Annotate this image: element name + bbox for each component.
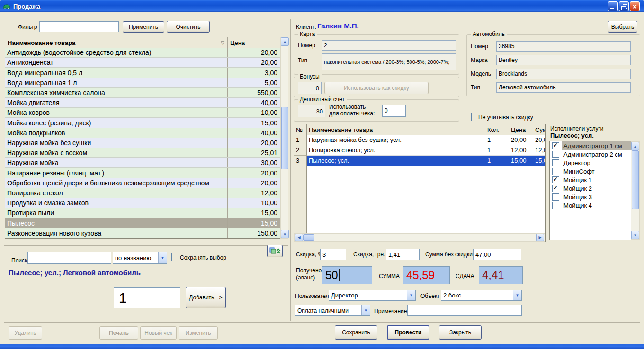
apply-filter-button[interactable]: Применить [123, 21, 164, 33]
product-row[interactable]: Полировка стекол12,00 [5, 188, 280, 198]
scrollbar-thumb[interactable] [281, 107, 288, 169]
use-bonus-button[interactable]: Использовать как скидку [324, 82, 429, 94]
product-name: Мойка колес (резина, диск) [5, 118, 227, 127]
product-table-scrollbar[interactable]: ▲ ▼ [280, 37, 288, 239]
discount-pct-input[interactable]: 3 [320, 249, 346, 260]
clear-filter-button[interactable]: Очистить [167, 21, 210, 33]
receipt-num-header[interactable]: № [294, 124, 307, 135]
product-row[interactable]: Антиконденсат20,00 [5, 58, 280, 68]
receipt-row[interactable]: 1Наружная мойка без сушки; усл.120,0020,… [294, 135, 545, 145]
deposit-use-input[interactable]: 0 [382, 105, 406, 117]
product-row[interactable]: Наружная мойка30,00 [5, 158, 280, 168]
deposit-use-label2: для оплаты чека: [329, 110, 375, 117]
scrollbar-thumb[interactable] [632, 150, 639, 209]
restore-button[interactable] [619, 1, 629, 11]
receipt-sum-header[interactable]: Сум [533, 124, 545, 135]
performer-item[interactable]: Администратор 1 см [550, 141, 632, 150]
performer-item[interactable]: Директор [550, 158, 632, 167]
product-row[interactable]: Обработка щелей двери и багажника незаме… [5, 178, 280, 188]
receipt-name-header[interactable]: Наименование товара [307, 124, 485, 135]
print-button[interactable]: Печать [99, 326, 138, 340]
scroll-down-button[interactable]: ▼ [281, 230, 289, 238]
delete-button[interactable]: Удалить [9, 326, 42, 340]
scroll-right-icon: ▶ [538, 236, 541, 240]
performer-item[interactable]: МиниСофт [550, 167, 632, 175]
product-row[interactable]: Мойка двигателя40,00 [5, 98, 280, 108]
receipt-row[interactable]: 3Пылесос; усл.115,0015,0 [294, 156, 545, 166]
product-row[interactable]: Комплексная химчистка салона550,00 [5, 88, 280, 98]
performer-checkbox[interactable] [552, 185, 559, 192]
performer-item[interactable]: Мойщик 3 [550, 192, 632, 201]
receipt-price-header[interactable]: Цена [509, 124, 533, 135]
note-input[interactable] [407, 305, 522, 316]
performer-checkbox[interactable] [552, 151, 559, 158]
received-input[interactable]: 50 [322, 266, 372, 284]
post-button[interactable]: Провести [387, 325, 429, 340]
product-row[interactable]: Вода минеральная 0,5 л3,00 [5, 68, 280, 78]
search-mode-select[interactable]: по названию ▼ [113, 252, 167, 264]
product-row[interactable]: Антидождь (водостойкое средство для стек… [5, 48, 280, 58]
product-row[interactable]: Наружная мойка с воском25,01 [5, 148, 280, 158]
performer-checkbox[interactable] [552, 193, 559, 201]
scroll-left-button[interactable]: ◀ [295, 234, 303, 241]
close-check-button[interactable]: Закрыть [439, 325, 482, 340]
payment-method-select[interactable]: Оплата наличными ▼ [295, 305, 370, 316]
scroll-down-button[interactable]: ▼ [631, 231, 639, 239]
search-input[interactable] [27, 252, 111, 264]
user-select[interactable]: Директор ▼ [329, 290, 416, 301]
chevron-down-icon: ▼ [407, 290, 415, 300]
product-price-header[interactable]: Цена [227, 37, 280, 48]
receipt-table-header: № Наименование товара Кол. Цена Сум [294, 124, 545, 135]
title-bar[interactable]: Продажа [0, 0, 644, 12]
performer-checkbox[interactable] [552, 159, 559, 166]
product-row[interactable]: Мойка подкрылков40,00 [5, 128, 280, 138]
total-field: 45,59 [403, 266, 450, 284]
product-price: 150,00 [227, 228, 280, 238]
performer-checkbox[interactable] [552, 176, 559, 183]
performer-item[interactable]: Мойщик 1 [550, 175, 632, 184]
scroll-up-button[interactable]: ▲ [281, 37, 289, 46]
product-row[interactable]: Мойка ковров10,00 [5, 108, 280, 118]
scroll-up-button[interactable]: ▲ [631, 142, 639, 150]
receipt-row[interactable]: 2Полировка стекол; усл.112,0012,0 [294, 145, 545, 156]
close-button[interactable]: × [630, 1, 640, 11]
object-select[interactable]: 2 бокс ▼ [441, 290, 522, 301]
product-row[interactable]: Продувка и смазка замков10,00 [5, 198, 280, 208]
performer-item[interactable]: Мойщик 2 [550, 184, 632, 192]
product-name-header[interactable]: Наименование товара ▽ [5, 39, 227, 46]
product-row[interactable]: Мойка колес (резина, диск)15,00 [5, 118, 280, 128]
product-price: 15,00 [227, 218, 280, 227]
product-row[interactable]: Пылесос15,00 [5, 218, 280, 228]
performer-checkbox[interactable] [552, 202, 559, 209]
collapse-panel-button[interactable] [267, 245, 283, 257]
performers-scrollbar[interactable]: ▲ ▼ [631, 141, 640, 240]
minimize-button[interactable] [608, 1, 618, 11]
add-to-check-button[interactable]: Добавить => [186, 287, 226, 308]
window-bottom-border [0, 344, 644, 349]
receipt-hscrollbar[interactable]: ◀ ▶ [294, 233, 545, 242]
discount-amt-input[interactable]: 1,41 [386, 249, 420, 260]
save-button[interactable]: Сохранить [335, 325, 377, 340]
performer-item[interactable]: Мойщик 4 [550, 201, 632, 209]
product-row[interactable]: Разконсервация нового кузова150,00 [5, 228, 280, 238]
quantity-input[interactable]: 1 [114, 287, 180, 308]
choose-client-button[interactable]: Выбрать [608, 21, 637, 33]
product-row[interactable]: Наружная мойка без сушки20,00 [5, 138, 280, 148]
receipt-qty-header[interactable]: Кол. [485, 124, 509, 135]
keep-choice-checkbox[interactable] [171, 253, 172, 261]
edit-button[interactable]: Изменить [179, 326, 218, 340]
product-row[interactable]: Натирание резины (глянц. мат.)20,00 [5, 168, 280, 178]
scroll-right-button[interactable]: ▶ [536, 234, 544, 241]
no-discount-checkbox[interactable] [471, 113, 472, 121]
new-check-button[interactable]: Новый чек [140, 326, 177, 340]
change-field: 4,41 [479, 266, 523, 284]
performer-checkbox[interactable] [552, 168, 559, 175]
product-row[interactable]: Вода минеральная 1 л5,00 [5, 78, 280, 88]
performer-checkbox[interactable] [552, 142, 559, 149]
car-number-field: 36985 [496, 41, 631, 52]
product-row[interactable]: Протирка пыли15,00 [5, 208, 280, 218]
subtotal-input[interactable]: 47,00 [473, 249, 521, 260]
filter-input[interactable] [39, 21, 119, 32]
performer-item[interactable]: Администратор 2 см [550, 150, 632, 158]
hscrollbar-thumb[interactable] [303, 234, 314, 241]
